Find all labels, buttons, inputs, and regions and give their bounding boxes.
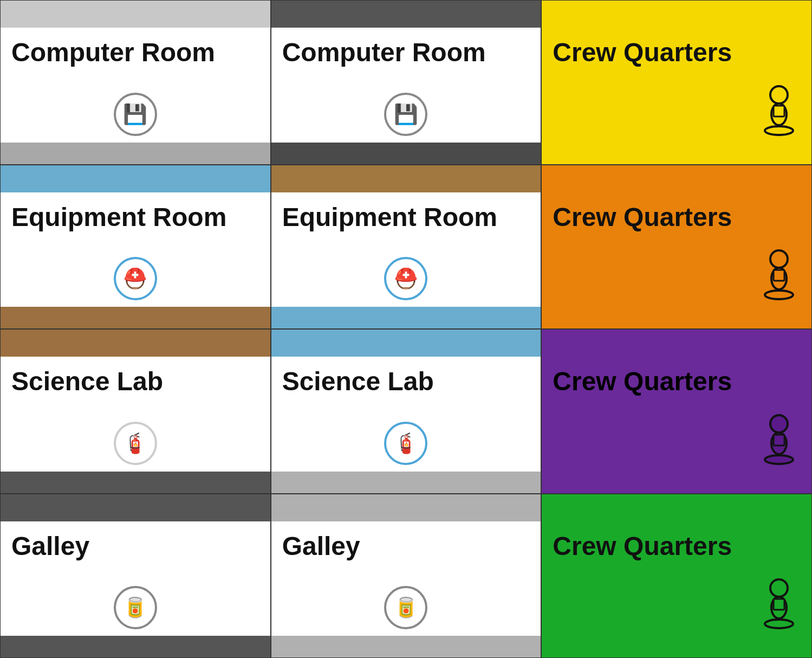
token-r1c2: 💾	[384, 93, 427, 136]
svg-point-14	[765, 620, 793, 628]
room-label-r1c2: Computer Room	[271, 28, 541, 67]
cell-r2c2[interactable]: Equipment Room ⛑️	[271, 165, 542, 330]
cell-r4c3[interactable]: Crew Quarters	[541, 494, 812, 659]
token-r1c1: 💾	[114, 93, 157, 136]
floppy-icon: 💾	[123, 105, 147, 124]
cell-r3c3[interactable]: Crew Quarters	[541, 329, 812, 494]
pawn-yellow	[757, 83, 801, 137]
room-label-r3c3: Crew Quarters	[542, 357, 811, 396]
svg-point-4	[770, 250, 788, 268]
cell-r3c2[interactable]: Science Lab 🧯	[271, 329, 542, 494]
token-r4c2: 🥫	[384, 586, 427, 629]
room-label-r2c1: Equipment Room	[1, 192, 270, 232]
token-r2c2: ⛑️	[384, 257, 427, 300]
svg-rect-15	[774, 599, 784, 610]
room-label-r4c3: Crew Quarters	[542, 521, 811, 561]
svg-point-10	[765, 455, 793, 464]
svg-point-12	[770, 579, 788, 597]
floppy-icon-2: 💾	[394, 105, 418, 124]
svg-rect-7	[774, 270, 784, 281]
pawn-orange	[757, 247, 801, 301]
cell-r1c3[interactable]: Crew Quarters	[541, 0, 812, 165]
svg-rect-11	[774, 435, 784, 446]
room-label-r1c1: Computer Room	[1, 28, 270, 67]
cell-r1c2[interactable]: Computer Room 💾	[271, 0, 542, 165]
room-label-r3c1: Science Lab	[1, 357, 270, 396]
room-label-r2c3: Crew Quarters	[542, 192, 811, 232]
cell-r2c3[interactable]: Crew Quarters	[541, 165, 812, 330]
token-r3c1: 🧯	[114, 422, 157, 465]
room-label-r3c2: Science Lab	[271, 357, 541, 396]
canister-icon-2: 🧯	[394, 434, 418, 453]
svg-point-8	[770, 415, 788, 433]
svg-point-2	[765, 126, 793, 135]
svg-point-0	[770, 86, 788, 104]
pawn-purple	[757, 412, 801, 466]
svg-point-6	[765, 291, 793, 299]
cell-r4c2[interactable]: Galley 🥫	[271, 494, 542, 659]
cell-r2c1[interactable]: Equipment Room ⛑️	[0, 165, 271, 330]
token-r4c1: 🥫	[114, 586, 157, 629]
canister-icon: 🧯	[123, 434, 147, 453]
room-label-r1c3: Crew Quarters	[542, 28, 811, 67]
game-board: Computer Room 💾 Computer Room 💾	[0, 0, 812, 658]
token-r2c1: ⛑️	[114, 257, 157, 300]
cell-r1c1[interactable]: Computer Room 💾	[0, 0, 271, 165]
room-label-r2c2: Equipment Room	[271, 192, 541, 232]
svg-rect-3	[774, 106, 784, 117]
food-can-icon: 🥫	[123, 598, 147, 617]
food-can-icon-2: 🥫	[394, 598, 418, 617]
cell-r3c1[interactable]: Science Lab 🧯	[0, 329, 271, 494]
pawn-green	[757, 576, 801, 630]
token-r3c2: 🧯	[384, 422, 427, 465]
room-label-r4c2: Galley	[271, 521, 541, 561]
room-label-r4c1: Galley	[1, 521, 270, 561]
helmet-icon-2: ⛑️	[394, 269, 418, 288]
helmet-icon: ⛑️	[123, 269, 147, 288]
cell-r4c1[interactable]: Galley 🥫	[0, 494, 271, 659]
